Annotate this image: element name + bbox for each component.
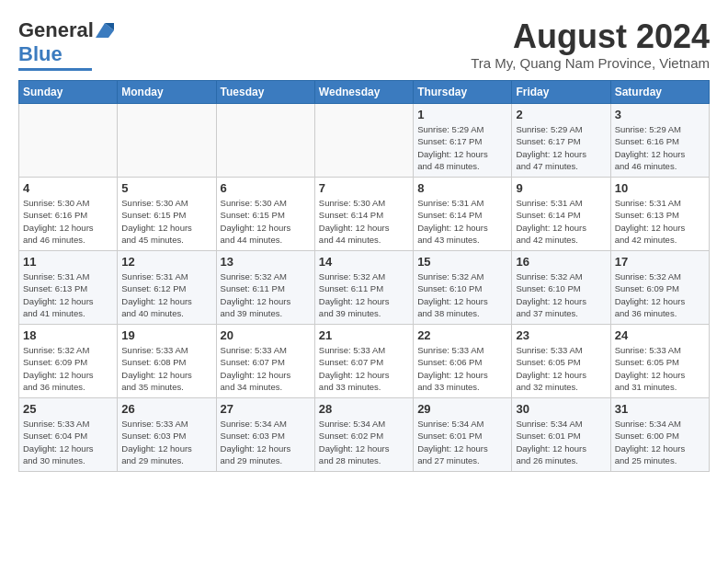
- day-info: Sunrise: 5:31 AM Sunset: 6:14 PM Dayligh…: [417, 197, 507, 246]
- day-cell: 19Sunrise: 5:33 AM Sunset: 6:08 PM Dayli…: [118, 325, 216, 398]
- week-row-2: 4Sunrise: 5:30 AM Sunset: 6:16 PM Daylig…: [19, 178, 710, 251]
- day-info: Sunrise: 5:32 AM Sunset: 6:10 PM Dayligh…: [516, 270, 606, 319]
- day-cell: 21Sunrise: 5:33 AM Sunset: 6:07 PM Dayli…: [314, 325, 413, 398]
- day-info: Sunrise: 5:32 AM Sunset: 6:09 PM Dayligh…: [615, 270, 705, 319]
- day-info: Sunrise: 5:34 AM Sunset: 6:02 PM Dayligh…: [319, 418, 409, 466]
- header-cell-tuesday: Tuesday: [216, 81, 314, 104]
- header-cell-monday: Monday: [118, 81, 216, 104]
- header-cell-sunday: Sunday: [19, 81, 118, 104]
- week-row-5: 25Sunrise: 5:33 AM Sunset: 6:04 PM Dayli…: [19, 398, 710, 472]
- day-number: 3: [615, 108, 705, 121]
- day-info: Sunrise: 5:34 AM Sunset: 6:01 PM Dayligh…: [516, 418, 606, 466]
- day-number: 1: [417, 108, 507, 121]
- day-number: 18: [23, 328, 113, 342]
- day-cell: 8Sunrise: 5:31 AM Sunset: 6:14 PM Daylig…: [414, 178, 512, 251]
- day-cell: 7Sunrise: 5:30 AM Sunset: 6:14 PM Daylig…: [314, 178, 413, 251]
- day-cell: 4Sunrise: 5:30 AM Sunset: 6:16 PM Daylig…: [19, 178, 118, 251]
- day-number: 6: [221, 181, 311, 195]
- day-number: 21: [319, 328, 409, 342]
- day-cell: 13Sunrise: 5:32 AM Sunset: 6:11 PM Dayli…: [216, 251, 314, 325]
- day-info: Sunrise: 5:33 AM Sunset: 6:03 PM Dayligh…: [121, 418, 211, 466]
- day-cell: 20Sunrise: 5:33 AM Sunset: 6:07 PM Dayli…: [216, 325, 314, 398]
- day-cell: 2Sunrise: 5:29 AM Sunset: 6:17 PM Daylig…: [512, 104, 610, 178]
- day-info: Sunrise: 5:31 AM Sunset: 6:12 PM Dayligh…: [121, 270, 211, 319]
- day-number: 9: [516, 181, 606, 195]
- calendar-table: SundayMondayTuesdayWednesdayThursdayFrid…: [18, 80, 710, 472]
- title-block: August 2024 Tra My, Quang Nam Province, …: [471, 18, 710, 71]
- day-cell: [216, 104, 314, 178]
- day-info: Sunrise: 5:33 AM Sunset: 6:08 PM Dayligh…: [121, 344, 211, 393]
- day-cell: 22Sunrise: 5:33 AM Sunset: 6:06 PM Dayli…: [414, 325, 512, 398]
- month-year: August 2024: [471, 18, 710, 55]
- day-cell: 23Sunrise: 5:33 AM Sunset: 6:05 PM Dayli…: [512, 325, 610, 398]
- day-number: 7: [319, 181, 409, 195]
- day-cell: 29Sunrise: 5:34 AM Sunset: 6:01 PM Dayli…: [414, 398, 512, 472]
- day-number: 14: [319, 255, 409, 269]
- day-number: 5: [121, 181, 211, 195]
- day-cell: 1Sunrise: 5:29 AM Sunset: 6:17 PM Daylig…: [414, 104, 512, 178]
- day-number: 4: [23, 181, 113, 195]
- day-number: 20: [221, 328, 311, 342]
- calendar-header: SundayMondayTuesdayWednesdayThursdayFrid…: [19, 81, 710, 104]
- page-header: General Blue August 2024 Tra My, Quang N…: [18, 18, 710, 71]
- day-cell: 11Sunrise: 5:31 AM Sunset: 6:13 PM Dayli…: [19, 251, 118, 325]
- day-number: 24: [615, 328, 705, 342]
- day-info: Sunrise: 5:33 AM Sunset: 6:07 PM Dayligh…: [221, 344, 311, 393]
- day-info: Sunrise: 5:34 AM Sunset: 6:03 PM Dayligh…: [221, 418, 311, 466]
- day-info: Sunrise: 5:34 AM Sunset: 6:00 PM Dayligh…: [615, 418, 705, 466]
- header-cell-saturday: Saturday: [610, 81, 709, 104]
- day-number: 11: [23, 255, 113, 269]
- day-cell: 15Sunrise: 5:32 AM Sunset: 6:10 PM Dayli…: [414, 251, 512, 325]
- day-number: 17: [615, 255, 705, 269]
- day-cell: 9Sunrise: 5:31 AM Sunset: 6:14 PM Daylig…: [512, 178, 610, 251]
- day-cell: 3Sunrise: 5:29 AM Sunset: 6:16 PM Daylig…: [610, 104, 709, 178]
- day-info: Sunrise: 5:32 AM Sunset: 6:11 PM Dayligh…: [221, 270, 311, 319]
- week-row-1: 1Sunrise: 5:29 AM Sunset: 6:17 PM Daylig…: [19, 104, 710, 178]
- day-number: 2: [516, 108, 606, 121]
- day-cell: 10Sunrise: 5:31 AM Sunset: 6:13 PM Dayli…: [610, 178, 709, 251]
- day-info: Sunrise: 5:30 AM Sunset: 6:16 PM Dayligh…: [23, 197, 113, 246]
- header-cell-thursday: Thursday: [414, 81, 512, 104]
- day-number: 15: [417, 255, 507, 269]
- day-number: 30: [516, 402, 606, 416]
- logo-general: General: [18, 18, 94, 42]
- day-info: Sunrise: 5:33 AM Sunset: 6:06 PM Dayligh…: [417, 344, 507, 393]
- logo-blue: Blue: [18, 42, 63, 66]
- day-cell: 26Sunrise: 5:33 AM Sunset: 6:03 PM Dayli…: [118, 398, 216, 472]
- day-number: 23: [516, 328, 606, 342]
- day-info: Sunrise: 5:32 AM Sunset: 6:11 PM Dayligh…: [319, 270, 409, 319]
- location: Tra My, Quang Nam Province, Vietnam: [471, 55, 710, 71]
- day-number: 12: [121, 255, 211, 269]
- day-number: 27: [221, 402, 311, 416]
- day-info: Sunrise: 5:33 AM Sunset: 6:07 PM Dayligh…: [319, 344, 409, 393]
- day-cell: [19, 104, 118, 178]
- day-number: 25: [23, 402, 113, 416]
- day-cell: 25Sunrise: 5:33 AM Sunset: 6:04 PM Dayli…: [19, 398, 118, 472]
- day-cell: 17Sunrise: 5:32 AM Sunset: 6:09 PM Dayli…: [610, 251, 709, 325]
- day-number: 13: [221, 255, 311, 269]
- day-number: 26: [121, 402, 211, 416]
- day-cell: 31Sunrise: 5:34 AM Sunset: 6:00 PM Dayli…: [610, 398, 709, 472]
- day-info: Sunrise: 5:31 AM Sunset: 6:13 PM Dayligh…: [615, 197, 705, 246]
- day-cell: 16Sunrise: 5:32 AM Sunset: 6:10 PM Dayli…: [512, 251, 610, 325]
- header-cell-friday: Friday: [512, 81, 610, 104]
- day-number: 31: [615, 402, 705, 416]
- logo: General Blue: [18, 18, 114, 71]
- day-info: Sunrise: 5:33 AM Sunset: 6:04 PM Dayligh…: [23, 418, 113, 466]
- header-row: SundayMondayTuesdayWednesdayThursdayFrid…: [19, 81, 710, 104]
- day-cell: 14Sunrise: 5:32 AM Sunset: 6:11 PM Dayli…: [314, 251, 413, 325]
- logo-underline: [18, 68, 92, 71]
- day-number: 22: [417, 328, 507, 342]
- day-cell: 30Sunrise: 5:34 AM Sunset: 6:01 PM Dayli…: [512, 398, 610, 472]
- day-cell: 5Sunrise: 5:30 AM Sunset: 6:15 PM Daylig…: [118, 178, 216, 251]
- day-info: Sunrise: 5:31 AM Sunset: 6:14 PM Dayligh…: [516, 197, 606, 246]
- day-number: 8: [417, 181, 507, 195]
- day-info: Sunrise: 5:29 AM Sunset: 6:17 PM Dayligh…: [417, 123, 507, 172]
- logo-icon: [96, 23, 114, 38]
- day-info: Sunrise: 5:30 AM Sunset: 6:15 PM Dayligh…: [221, 197, 311, 246]
- day-info: Sunrise: 5:30 AM Sunset: 6:15 PM Dayligh…: [121, 197, 211, 246]
- day-info: Sunrise: 5:29 AM Sunset: 6:17 PM Dayligh…: [516, 123, 606, 172]
- day-cell: [314, 104, 413, 178]
- calendar-body: 1Sunrise: 5:29 AM Sunset: 6:17 PM Daylig…: [19, 104, 710, 472]
- day-number: 10: [615, 181, 705, 195]
